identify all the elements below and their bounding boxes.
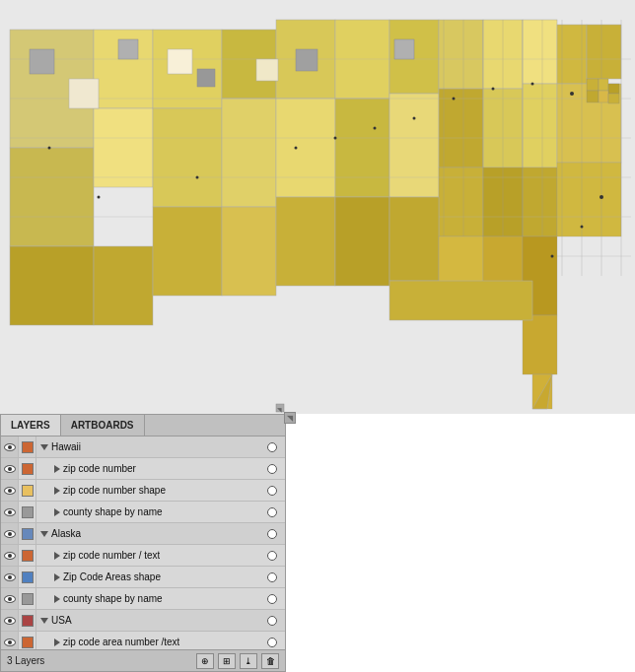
eye-icon-hawaii bbox=[4, 443, 16, 451]
layer-alaska[interactable]: Alaska bbox=[1, 523, 285, 545]
visibility-toggle[interactable] bbox=[1, 545, 19, 566]
target-circle[interactable] bbox=[263, 588, 281, 609]
tab-layers[interactable]: LAYERS bbox=[1, 415, 61, 436]
svg-rect-22 bbox=[523, 84, 557, 168]
expand-arrow bbox=[54, 508, 60, 516]
layer-zip-code-number-shape[interactable]: zip code number shape bbox=[1, 480, 285, 502]
visibility-toggle-hawaii[interactable] bbox=[1, 437, 19, 457]
svg-rect-48 bbox=[276, 197, 335, 286]
eye-icon bbox=[4, 573, 16, 581]
eye-icon-zip-code-number bbox=[4, 465, 16, 473]
target-circle[interactable] bbox=[263, 545, 281, 566]
svg-rect-24 bbox=[439, 168, 483, 236]
layer-content-alaska: Alaska bbox=[36, 523, 263, 544]
color-usa bbox=[19, 610, 36, 631]
visibility-toggle[interactable] bbox=[1, 632, 19, 649]
target-circle[interactable] bbox=[263, 632, 281, 649]
target-circle[interactable] bbox=[263, 567, 281, 587]
new-layer-button[interactable]: ⊕ bbox=[196, 653, 214, 669]
expand-arrow bbox=[54, 573, 60, 581]
layer-zip-code-areas-shape-alaska[interactable]: Zip Code Areas shape bbox=[1, 567, 285, 588]
layer-list[interactable]: Hawaii zip code number bbox=[1, 437, 285, 649]
svg-rect-18 bbox=[557, 25, 587, 84]
layers-count: 3 Layers bbox=[7, 655, 196, 666]
svg-rect-63 bbox=[256, 59, 278, 81]
target-circle-usa[interactable] bbox=[263, 610, 281, 631]
visibility-toggle[interactable] bbox=[1, 480, 19, 501]
visibility-toggle-alaska[interactable] bbox=[1, 523, 19, 544]
target-circle[interactable] bbox=[263, 480, 281, 501]
target-circle-hawaii[interactable] bbox=[263, 437, 281, 457]
color-box-wrap bbox=[19, 588, 36, 609]
panel-resize-handle[interactable]: ◥ bbox=[284, 412, 296, 424]
target-circle[interactable] bbox=[263, 458, 281, 479]
svg-rect-47 bbox=[222, 207, 276, 296]
svg-rect-61 bbox=[69, 79, 99, 108]
eye-icon bbox=[4, 508, 16, 516]
visibility-toggle[interactable] bbox=[1, 502, 19, 522]
color-swatch-alaska bbox=[22, 528, 34, 540]
color-swatch bbox=[22, 506, 34, 518]
visibility-toggle-zip-code-number[interactable] bbox=[1, 458, 19, 479]
color-swatch bbox=[22, 571, 34, 583]
svg-point-83 bbox=[551, 255, 554, 258]
svg-rect-14 bbox=[389, 94, 439, 197]
svg-point-75 bbox=[374, 127, 377, 130]
layer-content: county shape by name bbox=[36, 502, 263, 522]
layer-content-zip-code-number: zip code number bbox=[36, 458, 263, 479]
svg-point-81 bbox=[600, 195, 603, 199]
svg-rect-6 bbox=[153, 108, 222, 207]
svg-point-76 bbox=[334, 137, 337, 140]
tab-artboards[interactable]: ARTBOARDS bbox=[61, 415, 145, 436]
svg-rect-68 bbox=[599, 91, 608, 102]
eye-icon bbox=[4, 595, 16, 603]
eye-icon-usa bbox=[4, 617, 16, 625]
color-swatch-usa bbox=[22, 615, 34, 627]
target-circle[interactable] bbox=[263, 502, 281, 522]
circle-icon-hawaii bbox=[267, 442, 277, 452]
svg-rect-12 bbox=[335, 99, 389, 197]
color-zip-code-number bbox=[19, 458, 36, 479]
layer-zip-code-area-number-text-1[interactable]: zip code area number /text bbox=[1, 632, 285, 649]
circle-icon-alaska bbox=[267, 529, 277, 539]
visibility-toggle-usa[interactable] bbox=[1, 610, 19, 631]
circle-icon bbox=[267, 594, 277, 604]
layer-county-shape-hawaii[interactable]: county shape by name bbox=[1, 502, 285, 523]
layer-zip-code-number-text[interactable]: zip code number / text bbox=[1, 545, 285, 567]
layer-content-usa: USA bbox=[36, 610, 263, 631]
layer-zip-code-number[interactable]: zip code number bbox=[1, 458, 285, 480]
svg-point-72 bbox=[492, 88, 495, 91]
visibility-toggle[interactable] bbox=[1, 588, 19, 609]
svg-rect-65 bbox=[599, 79, 608, 91]
layer-content: zip code number shape bbox=[36, 480, 263, 501]
expand-arrow bbox=[54, 595, 60, 603]
svg-rect-50 bbox=[389, 197, 439, 281]
circle-icon bbox=[267, 572, 277, 582]
color-swatch bbox=[22, 593, 34, 605]
layer-hawaii[interactable]: Hawaii bbox=[1, 437, 285, 458]
layer-content: Zip Code Areas shape bbox=[36, 567, 263, 587]
svg-rect-8 bbox=[222, 99, 276, 207]
svg-rect-64 bbox=[587, 79, 599, 91]
svg-point-71 bbox=[531, 83, 534, 86]
target-circle-alaska[interactable] bbox=[263, 523, 281, 544]
svg-rect-4 bbox=[94, 108, 153, 187]
svg-rect-27 bbox=[557, 163, 621, 236]
delete-layer-button[interactable]: 🗑 bbox=[261, 653, 279, 669]
svg-point-77 bbox=[295, 147, 298, 150]
eye-icon-alaska bbox=[4, 530, 16, 538]
svg-point-70 bbox=[570, 92, 574, 96]
layer-county-shape-alaska[interactable]: county shape by name bbox=[1, 588, 285, 610]
svg-text:◥: ◥ bbox=[277, 407, 282, 413]
color-box-wrap bbox=[19, 632, 36, 649]
visibility-toggle[interactable] bbox=[1, 567, 19, 587]
eye-icon bbox=[4, 638, 16, 646]
new-sublayer-button[interactable]: ⊞ bbox=[218, 653, 236, 669]
move-to-selection-button[interactable]: ⤓ bbox=[240, 653, 257, 669]
color-hawaii bbox=[19, 437, 36, 457]
layer-content: zip code area number /text bbox=[36, 632, 263, 649]
svg-rect-15 bbox=[439, 20, 483, 89]
expand-arrow-hawaii bbox=[40, 444, 48, 450]
svg-rect-58 bbox=[197, 69, 215, 87]
layer-usa[interactable]: USA bbox=[1, 610, 285, 632]
